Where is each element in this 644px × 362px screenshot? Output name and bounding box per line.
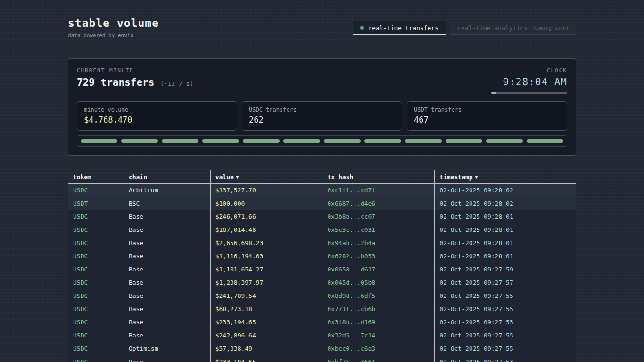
cell-tx-hash[interactable]: 0x0658...d617	[322, 263, 435, 276]
cell-token: USDC	[68, 289, 124, 303]
cell-chain: Base	[124, 237, 210, 250]
table-row: USDCBase$2,656,698.230x94ab...2b4a02-Oct…	[68, 237, 576, 250]
cell-tx-hash[interactable]: 0x3b8b...cc07	[322, 210, 435, 223]
stat-value: 262	[249, 115, 395, 124]
column-label: timestamp	[439, 173, 472, 181]
pulse-meter	[77, 135, 567, 147]
envio-link[interactable]: envio	[118, 33, 133, 39]
stat-value: 467	[414, 115, 560, 124]
cell-tx-hash[interactable]: 0x3f8b...d169	[322, 316, 435, 329]
stat-label: minute volume	[84, 107, 230, 113]
table-row: USDCBase$187,014.460x5c3c...c03102-Oct-2…	[68, 223, 576, 237]
pulse-segment	[81, 139, 117, 143]
cell-chain: Base	[124, 289, 210, 303]
cell-value: $233,194.65	[210, 355, 322, 362]
cell-token: USDC	[68, 329, 124, 342]
pulse-segment	[202, 139, 239, 143]
cell-token: USDC	[68, 210, 124, 223]
cell-timestamp: 02-Oct-2025 09:28:01	[435, 250, 576, 263]
cell-tx-hash[interactable]: 0x6687...d4e6	[322, 197, 435, 210]
table-row: USDCBase$233,194.650x3f8b...d16902-Oct-2…	[68, 316, 576, 329]
table-row: USDCBase$233,194.650xbf75...366102-Oct-2…	[68, 355, 576, 362]
cell-chain: Base	[124, 210, 210, 223]
cell-token: USDC	[68, 342, 124, 355]
page-title: stable volume	[68, 17, 159, 29]
cell-tx-hash[interactable]: 0xc1f1...cd7f	[322, 184, 435, 197]
cell-token: USDC	[68, 276, 124, 289]
tab-real-time-analytics[interactable]: real-time analytics (coming soon)	[450, 21, 576, 35]
pulse-segment	[527, 139, 563, 143]
current-minute-block: CURRENT MINUTE 729 transfers (~12 / s)	[77, 67, 193, 88]
cell-value: $241,789.54	[210, 289, 322, 303]
stat-minute-volume: minute volume $4,768,470	[77, 101, 237, 131]
cell-timestamp: 02-Oct-2025 09:28:02	[435, 197, 576, 210]
cell-value: $242,896.64	[210, 329, 322, 342]
cell-timestamp: 02-Oct-2025 09:27:55	[435, 329, 576, 342]
cell-token: USDC	[68, 303, 124, 316]
pulse-segment	[121, 139, 158, 143]
column-label: tx hash	[327, 173, 353, 181]
column-header-token: token	[68, 170, 124, 184]
cell-value: $233,194.65	[210, 316, 322, 329]
cell-tx-hash[interactable]: 0x94ab...2b4a	[322, 237, 435, 250]
column-label: token	[73, 173, 91, 181]
column-label: value	[215, 173, 234, 181]
current-minute-label: CURRENT MINUTE	[77, 67, 193, 74]
cell-timestamp: 02-Oct-2025 09:27:55	[435, 316, 576, 329]
cell-value: $187,014.46	[210, 223, 322, 237]
cell-tx-hash[interactable]: 0x5c3c...c031	[322, 223, 435, 237]
cell-timestamp: 02-Oct-2025 09:27:55	[435, 342, 576, 355]
clock-progress-fill	[491, 92, 496, 94]
cell-value: $246,071.66	[210, 210, 322, 223]
pulse-segment	[405, 139, 442, 143]
cell-value: $2,656,698.23	[210, 237, 322, 250]
cell-timestamp: 02-Oct-2025 09:27:57	[435, 276, 576, 289]
table-row: USDCBase$1,101,654.270x0658...d61702-Oct…	[68, 263, 576, 276]
cell-chain: Base	[124, 303, 210, 316]
pulse-segment	[324, 139, 361, 143]
cell-tx-hash[interactable]: 0x8d98...6df5	[322, 289, 435, 303]
cell-tx-hash[interactable]: 0xbf75...3661	[322, 355, 435, 362]
cell-token: USDC	[68, 237, 124, 250]
table-row: USDCBase$1,238,397.970x045d...05b802-Oct…	[68, 276, 576, 289]
cell-value: $57,338.49	[210, 342, 322, 355]
tab-real-time-transfers[interactable]: real-time transfers	[353, 21, 446, 35]
stat-usdc-transfers: USDC transfers 262	[242, 101, 402, 131]
column-header-chain: chain	[124, 170, 210, 184]
current-minute-panel: CURRENT MINUTE 729 transfers (~12 / s) C…	[68, 58, 576, 156]
column-header-value[interactable]: value▼	[210, 170, 322, 184]
title-block: stable volume data powered by envio	[68, 17, 159, 39]
cell-token: USDC	[68, 184, 124, 197]
cell-tx-hash[interactable]: 0x7711...cb6b	[322, 303, 435, 316]
cell-tx-hash[interactable]: 0x32d5...7c14	[322, 329, 435, 342]
page-subtitle: data powered by envio	[68, 33, 159, 39]
stat-usdt-transfers: USDT transfers 467	[407, 101, 567, 131]
cell-value: $1,101,654.27	[210, 263, 322, 276]
cell-token: USDC	[68, 316, 124, 329]
cell-chain: Arbitrum	[124, 184, 210, 197]
tab-analytics-label: real-time analytics	[457, 25, 528, 32]
clock-time: 9:28:04 AM	[491, 76, 567, 88]
coming-soon-badge: (coming soon)	[532, 25, 569, 31]
cell-token: USDC	[68, 263, 124, 276]
stat-label: USDC transfers	[249, 107, 395, 113]
cell-token: USDC	[68, 223, 124, 237]
table-row: USDCBase$68,273.180x7711...cb6b02-Oct-20…	[68, 303, 576, 316]
pulse-segment	[446, 139, 482, 143]
table-row: USDCBase$246,071.660x3b8b...cc0702-Oct-2…	[68, 210, 576, 223]
cell-token: USDC	[68, 355, 124, 362]
cell-chain: Base	[124, 276, 210, 289]
cell-value: $1,116,194.03	[210, 250, 322, 263]
cell-timestamp: 02-Oct-2025 09:28:02	[435, 184, 576, 197]
cell-value: $1,238,397.97	[210, 276, 322, 289]
cell-tx-hash[interactable]: 0x6282...b053	[322, 250, 435, 263]
transfers-table: tokenchainvalue▼tx hashtimestamp▼ USDCAr…	[68, 170, 576, 362]
column-header-timestamp[interactable]: timestamp▼	[435, 170, 576, 184]
cell-timestamp: 02-Oct-2025 09:27:55	[435, 303, 576, 316]
cell-tx-hash[interactable]: 0xbcc0...c6a3	[322, 342, 435, 355]
cell-value: $68,273.18	[210, 303, 322, 316]
cell-tx-hash[interactable]: 0x045d...05b8	[322, 276, 435, 289]
table-header-row: tokenchainvalue▼tx hashtimestamp▼	[68, 170, 576, 184]
subtitle-text: data powered by	[68, 33, 118, 39]
cell-chain: Base	[124, 316, 210, 329]
